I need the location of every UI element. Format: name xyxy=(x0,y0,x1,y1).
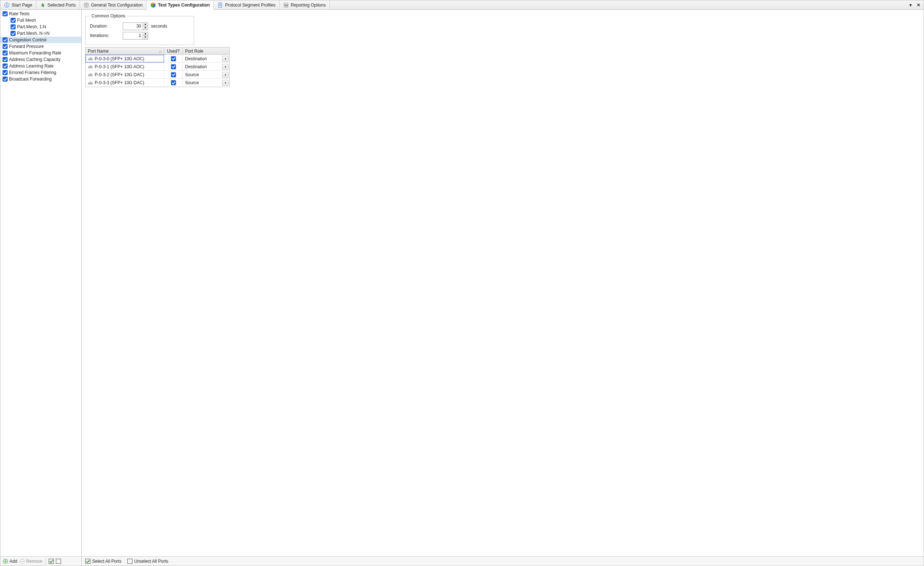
tree-item[interactable]: Maximum Forwarding Rate xyxy=(0,50,81,56)
remove-button[interactable]: Remove xyxy=(19,559,42,564)
ports-icon xyxy=(40,2,46,8)
tabs-spacer xyxy=(330,0,906,9)
checkbox-icon[interactable] xyxy=(171,72,176,77)
select-all-ports-button[interactable]: Select All Ports xyxy=(85,559,122,564)
iterations-spinner[interactable]: 1 ▲ ▼ xyxy=(123,32,148,40)
checkbox-icon[interactable] xyxy=(3,70,8,75)
checkbox-icon[interactable] xyxy=(10,18,16,23)
common-options-legend: Common Options xyxy=(90,13,127,18)
checkbox-icon[interactable] xyxy=(171,80,176,85)
table-row[interactable]: P-0-3-1 (SFP+ 10G AOC)Destination▾ xyxy=(86,63,230,71)
dropdown-button[interactable]: ▾ xyxy=(222,56,229,62)
tab-start-page[interactable]: Start Page xyxy=(0,0,36,9)
dropdown-button[interactable]: ▾ xyxy=(222,64,229,70)
cell-port-name[interactable]: P-0-3-2 (SFP+ 10G DAC) xyxy=(86,71,164,78)
cell-port-role[interactable]: Source▾ xyxy=(183,79,230,87)
table-row[interactable]: P-0-3-3 (SFP+ 10G DAC)Source▾ xyxy=(86,79,230,87)
tab-protocol-segment-profiles[interactable]: Protocol Segment Profiles xyxy=(214,0,279,9)
remove-icon xyxy=(19,559,25,564)
col-port-role[interactable]: Port Role xyxy=(183,48,230,54)
col-port-name[interactable]: Port Name △ xyxy=(86,48,164,54)
tab-selected-ports[interactable]: Selected Ports xyxy=(36,0,80,9)
cell-used[interactable] xyxy=(164,63,183,70)
checkbox-icon[interactable] xyxy=(3,44,8,49)
cell-port-role[interactable]: Destination▾ xyxy=(183,63,230,70)
cell-port-name[interactable]: P-0-3-3 (SFP+ 10G DAC) xyxy=(86,79,164,87)
checkbox-icon[interactable] xyxy=(3,76,8,82)
checkbox-icon[interactable] xyxy=(10,31,16,36)
checkbox-icon[interactable] xyxy=(171,64,176,69)
uncheck-all-button[interactable] xyxy=(56,559,61,564)
spin-down-icon[interactable]: ▼ xyxy=(143,27,148,30)
dropdown-button[interactable]: ▾ xyxy=(222,80,229,85)
unselect-all-ports-button[interactable]: Unselect All Ports xyxy=(128,559,168,564)
tree-item-label: Maximum Forwarding Rate xyxy=(9,51,62,55)
tree-item[interactable]: Broadcast Forwarding xyxy=(0,76,81,82)
duration-row: Duration: 30 ▲ ▼ seconds xyxy=(90,21,189,31)
remove-label: Remove xyxy=(26,559,42,564)
spin-up-icon[interactable]: ▲ xyxy=(143,23,148,27)
svg-rect-10 xyxy=(287,4,287,6)
duration-spinner[interactable]: 30 ▲ ▼ xyxy=(123,22,148,30)
tree-item[interactable]: Address Learning Rate xyxy=(0,63,81,69)
svg-rect-9 xyxy=(286,4,286,6)
tab-general-test-config[interactable]: General Test Configuration xyxy=(80,0,147,9)
spin-down-icon[interactable]: ▼ xyxy=(143,36,148,39)
check-all-button[interactable] xyxy=(49,559,54,564)
checkbox-icon[interactable] xyxy=(171,56,176,61)
report-icon xyxy=(283,2,289,8)
add-button[interactable]: Add xyxy=(3,559,17,564)
dropdown-icon[interactable]: ▾ xyxy=(908,2,914,8)
checkbox-icon[interactable] xyxy=(3,57,8,62)
cell-used[interactable] xyxy=(164,79,183,87)
tree-item[interactable]: Rate Tests xyxy=(0,10,81,17)
table-row[interactable]: P-0-3-2 (SFP+ 10G DAC)Source▾ xyxy=(86,71,230,79)
common-options-group: Common Options Duration: 30 ▲ ▼ seconds xyxy=(85,13,194,45)
tree-item[interactable]: Forward Pressure xyxy=(0,43,81,50)
dropdown-button[interactable]: ▾ xyxy=(222,72,229,78)
cell-port-name[interactable]: P-0-3-1 (SFP+ 10G AOC) xyxy=(86,63,164,70)
tab-reporting-options[interactable]: Reporting Options xyxy=(279,0,330,9)
add-label: Add xyxy=(9,559,17,564)
tree-item[interactable]: Errored Frames Filtering xyxy=(0,69,81,76)
right-pane: Common Options Duration: 30 ▲ ▼ seconds xyxy=(82,10,924,566)
left-toolbar: Add Remove xyxy=(0,556,81,566)
tree-item-label: Address Learning Rate xyxy=(9,63,54,69)
spin-up-icon[interactable]: ▲ xyxy=(143,32,148,36)
sort-asc-icon: △ xyxy=(159,49,162,53)
tree-item-label: Errored Frames Filtering xyxy=(9,70,56,75)
cell-used[interactable] xyxy=(164,55,183,62)
svg-rect-15 xyxy=(21,561,24,562)
table-row[interactable]: P-0-3-0 (SFP+ 10G AOC)Destination▾ xyxy=(86,55,230,63)
tree-item[interactable]: Full Mesh xyxy=(0,17,81,24)
tab-label: General Test Configuration xyxy=(91,3,143,7)
port-icon xyxy=(88,55,93,62)
svg-rect-27 xyxy=(92,73,92,75)
tree-item-label: Full Mesh xyxy=(17,18,36,23)
tree-item[interactable]: Part.Mesh, N->N xyxy=(0,30,81,37)
iterations-row: Iterations: 1 ▲ ▼ xyxy=(90,31,189,40)
svg-rect-23 xyxy=(92,66,92,67)
cell-port-role[interactable]: Source▾ xyxy=(183,71,230,78)
checkbox-icon[interactable] xyxy=(3,63,8,69)
col-used[interactable]: Used? xyxy=(164,48,183,54)
svg-rect-24 xyxy=(88,75,92,76)
checkbox-icon[interactable] xyxy=(10,24,16,29)
tree-item[interactable]: Address Caching Capacity xyxy=(0,56,81,63)
tree-item[interactable]: Congestion Control xyxy=(0,37,81,43)
duration-spin-buttons: ▲ ▼ xyxy=(142,23,148,30)
checkbox-icon[interactable] xyxy=(3,11,8,16)
cell-used[interactable] xyxy=(164,71,183,78)
main-split: Rate TestsFull MeshPart.Mesh, 1:NPart.Me… xyxy=(0,10,924,566)
cell-port-role[interactable]: Destination▾ xyxy=(183,55,230,62)
right-content: Common Options Duration: 30 ▲ ▼ seconds xyxy=(82,10,924,556)
close-icon[interactable]: ✕ xyxy=(916,2,921,8)
tree-item[interactable]: Part.Mesh, 1:N xyxy=(0,24,81,30)
test-tree: Rate TestsFull MeshPart.Mesh, 1:NPart.Me… xyxy=(0,10,81,556)
svg-rect-25 xyxy=(89,74,90,75)
checkbox-icon[interactable] xyxy=(3,51,8,55)
tab-test-types-config[interactable]: Test Types Configuration xyxy=(147,1,214,10)
iterations-value: 1 xyxy=(123,32,142,39)
cell-port-name[interactable]: P-0-3-0 (SFP+ 10G AOC) xyxy=(86,55,164,62)
checkbox-icon[interactable] xyxy=(3,37,8,42)
